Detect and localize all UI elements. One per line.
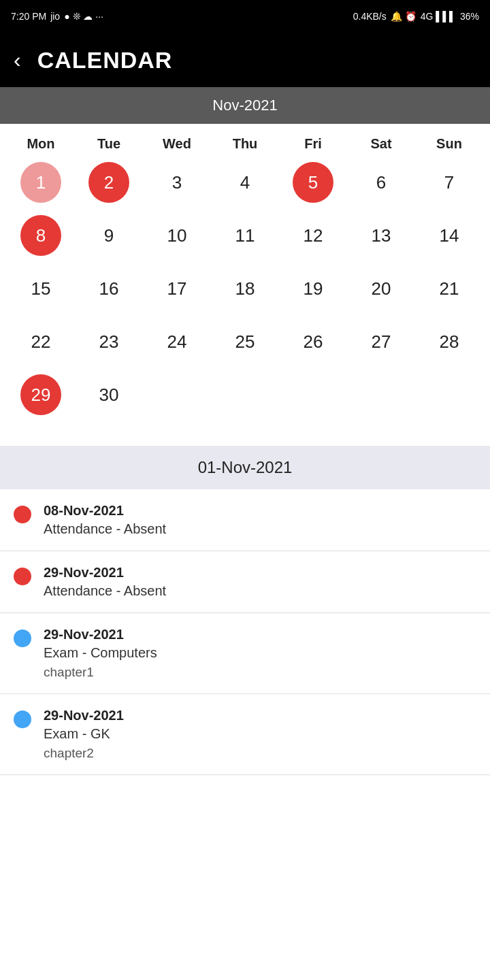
cal-cell[interactable]: 30	[75, 371, 143, 419]
cal-day-17[interactable]: 17	[157, 268, 197, 309]
cal-day-26[interactable]: 26	[293, 321, 333, 362]
cal-day-27[interactable]: 27	[361, 321, 402, 362]
cal-cell[interactable]: 24	[143, 318, 211, 365]
cal-cell[interactable]: 2	[75, 159, 143, 206]
status-left: 7:20 PM jio ● ❊ ☁ ···	[11, 11, 103, 22]
event-title-2: Attendance - Absent	[44, 583, 166, 599]
cal-day-6[interactable]: 6	[361, 162, 402, 203]
event-item-3[interactable]: 29-Nov-2021 Exam - Computers chapter1	[0, 613, 490, 694]
event-content-4: 29-Nov-2021 Exam - GK chapter2	[44, 708, 124, 761]
back-button[interactable]: ‹	[14, 48, 21, 73]
cal-day-8[interactable]: 8	[20, 215, 61, 256]
cal-cell[interactable]: 28	[415, 318, 483, 365]
cal-cell[interactable]: 23	[75, 318, 143, 365]
cal-day-28[interactable]: 28	[429, 321, 470, 362]
cal-cell-empty	[211, 371, 279, 419]
cal-cell[interactable]: 21	[415, 265, 483, 312]
event-item-4[interactable]: 29-Nov-2021 Exam - GK chapter2	[0, 694, 490, 775]
cal-cell[interactable]: 25	[211, 318, 279, 365]
cal-day-29[interactable]: 29	[20, 374, 61, 415]
status-right: 0.4KB/s 🔔 ⏰ 4G ▌▌▌ 36%	[353, 11, 479, 22]
day-header-wed: Wed	[143, 136, 211, 152]
cal-day-21[interactable]: 21	[429, 268, 470, 309]
event-date-2: 29-Nov-2021	[44, 565, 166, 581]
day-header-sat: Sat	[347, 136, 415, 152]
cal-cell[interactable]: 7	[415, 159, 483, 206]
cal-cell[interactable]: 11	[211, 212, 279, 259]
cal-cell[interactable]: 29	[7, 371, 75, 419]
cal-cell[interactable]: 5	[279, 159, 347, 206]
event-item-1[interactable]: 08-Nov-2021 Attendance - Absent	[0, 489, 490, 551]
cal-day-4[interactable]: 4	[225, 162, 265, 203]
cal-cell[interactable]: 14	[415, 212, 483, 259]
day-headers: Mon Tue Wed Thu Fri Sat Sun	[7, 124, 483, 159]
cal-cell[interactable]: 18	[211, 265, 279, 312]
selected-date-label: 01-Nov-2021	[198, 458, 293, 476]
cal-cell[interactable]: 19	[279, 265, 347, 312]
event-list: 08-Nov-2021 Attendance - Absent 29-Nov-2…	[0, 489, 490, 775]
cal-day-13[interactable]: 13	[361, 215, 402, 256]
cal-day-11[interactable]: 11	[225, 215, 265, 256]
cal-cell[interactable]: 3	[143, 159, 211, 206]
cal-day-18[interactable]: 18	[225, 268, 265, 309]
cal-day-22[interactable]: 22	[20, 321, 61, 362]
cal-cell[interactable]: 10	[143, 212, 211, 259]
cal-day-24[interactable]: 24	[157, 321, 197, 362]
event-dot-red-2	[14, 568, 31, 585]
cal-cell[interactable]: 12	[279, 212, 347, 259]
event-title-3: Exam - Computers	[44, 645, 157, 661]
cal-cell[interactable]: 6	[347, 159, 415, 206]
cal-cell[interactable]: 13	[347, 212, 415, 259]
event-subtitle-4: chapter2	[44, 746, 124, 761]
cal-cell-empty	[143, 371, 211, 419]
event-content-3: 29-Nov-2021 Exam - Computers chapter1	[44, 627, 157, 680]
cal-day-14[interactable]: 14	[429, 215, 470, 256]
cal-cell[interactable]: 1	[7, 159, 75, 206]
jio-icon: jio	[50, 11, 60, 22]
cal-cell[interactable]: 16	[75, 265, 143, 312]
event-date-1: 08-Nov-2021	[44, 503, 166, 519]
cal-day-19[interactable]: 19	[293, 268, 333, 309]
cal-cell[interactable]: 15	[7, 265, 75, 312]
cal-day-10[interactable]: 10	[157, 215, 197, 256]
cal-cell[interactable]: 26	[279, 318, 347, 365]
cal-cell[interactable]: 9	[75, 212, 143, 259]
day-header-sun: Sun	[415, 136, 483, 152]
cal-day-1[interactable]: 1	[20, 162, 61, 203]
calendar-grid: 1 2 3 4 5 6 7 8 9 10 11 12 13 14 15 16 1…	[7, 159, 483, 419]
cal-cell[interactable]: 27	[347, 318, 415, 365]
cal-day-12[interactable]: 12	[293, 215, 333, 256]
cal-day-7[interactable]: 7	[429, 162, 470, 203]
cal-cell[interactable]: 8	[7, 212, 75, 259]
event-title-1: Attendance - Absent	[44, 521, 166, 537]
network-speed: 0.4KB/s	[353, 11, 387, 22]
event-subtitle-3: chapter1	[44, 665, 157, 680]
month-label: Nov-2021	[212, 97, 277, 114]
battery: 36%	[460, 11, 479, 22]
day-header-mon: Mon	[7, 136, 75, 152]
cal-cell[interactable]: 22	[7, 318, 75, 365]
cal-day-16[interactable]: 16	[88, 268, 129, 309]
cal-cell[interactable]: 17	[143, 265, 211, 312]
status-bar: 7:20 PM jio ● ❊ ☁ ··· 0.4KB/s 🔔 ⏰ 4G ▌▌▌…	[0, 0, 490, 33]
event-content-2: 29-Nov-2021 Attendance - Absent	[44, 565, 166, 599]
cal-day-2[interactable]: 2	[88, 162, 129, 203]
app-bar: ‹ CALENDAR	[0, 33, 490, 87]
cal-day-23[interactable]: 23	[88, 321, 129, 362]
cal-day-30[interactable]: 30	[88, 374, 129, 415]
cal-day-15[interactable]: 15	[20, 268, 61, 309]
calendar-container: Mon Tue Wed Thu Fri Sat Sun 1 2 3 4 5 6 …	[0, 124, 490, 432]
cal-day-5[interactable]: 5	[293, 162, 333, 203]
bluetooth-icon: 🔔 ⏰	[391, 11, 416, 22]
cal-day-9[interactable]: 9	[88, 215, 129, 256]
cal-cell[interactable]: 20	[347, 265, 415, 312]
cal-day-20[interactable]: 20	[361, 268, 402, 309]
event-item-2[interactable]: 29-Nov-2021 Attendance - Absent	[0, 551, 490, 613]
day-header-thu: Thu	[211, 136, 279, 152]
cal-day-25[interactable]: 25	[225, 321, 265, 362]
cal-cell[interactable]: 4	[211, 159, 279, 206]
event-title-4: Exam - GK	[44, 726, 124, 742]
event-date-3: 29-Nov-2021	[44, 627, 157, 642]
cal-cell-empty	[279, 371, 347, 419]
cal-day-3[interactable]: 3	[157, 162, 197, 203]
